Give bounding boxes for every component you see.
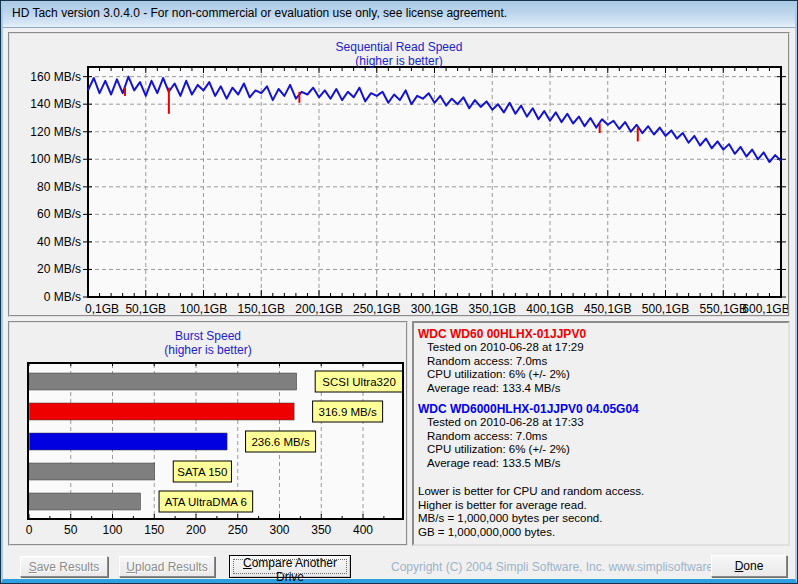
svg-text:0,1GB: 0,1GB (85, 302, 119, 315)
sequential-read-chart: 160 MB/s140 MB/s120 MB/s100 MB/s80 MB/s6… (10, 34, 788, 315)
done-button[interactable]: Done (711, 555, 787, 577)
svg-text:0: 0 (26, 523, 33, 537)
burst-bar-label: ATA UltraDMA 6 (165, 496, 247, 508)
svg-text:450,1GB: 450,1GB (584, 302, 631, 315)
svg-text:0 MB/s: 0 MB/s (44, 290, 81, 304)
sequential-read-panel: Sequential Read Speed (higher is better)… (8, 32, 790, 317)
svg-text:250,1GB: 250,1GB (353, 302, 400, 315)
svg-text:600,1GB: 600,1GB (742, 302, 788, 315)
burst-speed-panel: Burst Speed (higher is better) SCSI Ultr… (8, 321, 408, 546)
svg-text:200,1GB: 200,1GB (295, 302, 342, 315)
svg-text:400,1GB: 400,1GB (526, 302, 573, 315)
svg-text:400: 400 (353, 523, 373, 537)
burst-bar (30, 373, 297, 390)
read-chart-subtitle: (higher is better) (10, 54, 788, 68)
compare-another-drive-button[interactable]: Compare Another Drive (229, 555, 351, 578)
svg-text:140 MB/s: 140 MB/s (30, 97, 81, 111)
drive2-cpu-utilization: CPU utilization: 6% (+/- 2%) (418, 443, 784, 457)
svg-text:300,1GB: 300,1GB (411, 302, 458, 315)
svg-text:500,1GB: 500,1GB (642, 302, 689, 315)
svg-text:350: 350 (311, 523, 331, 537)
svg-text:20 MB/s: 20 MB/s (37, 262, 81, 276)
svg-text:150,1GB: 150,1GB (238, 302, 285, 315)
svg-text:100,1GB: 100,1GB (180, 302, 227, 315)
client-area: Sequential Read Speed (higher is better)… (3, 28, 795, 579)
burst-bar-label: 316.9 MB/s (319, 406, 377, 418)
svg-text:120 MB/s: 120 MB/s (30, 125, 81, 139)
svg-text:100 MB/s: 100 MB/s (30, 152, 81, 166)
burst-bar (30, 463, 155, 480)
svg-text:160 MB/s: 160 MB/s (30, 70, 81, 84)
window-body: HD Tach version 3.0.4.0 - For non-commer… (1, 1, 797, 583)
svg-text:40 MB/s: 40 MB/s (37, 235, 81, 249)
save-results-button[interactable]: Save Results (20, 556, 108, 577)
drive1-name: WDC WD60 00HLHX-01JJPV0 (418, 327, 784, 341)
svg-text:250: 250 (228, 523, 248, 537)
drive2-name: WDC WD6000HLHX-01JJPV0 04.05G04 (418, 402, 784, 416)
drive1-average-read: Average read: 133.4 MB/s (418, 382, 784, 396)
burst-bar (30, 403, 295, 420)
burst-chart-title: Burst Speed (10, 329, 406, 343)
svg-text:150: 150 (144, 523, 164, 537)
read-chart-title: Sequential Read Speed (10, 40, 788, 54)
drive1-cpu-utilization: CPU utilization: 6% (+/- 2%) (418, 368, 784, 382)
burst-bar (30, 433, 228, 450)
svg-text:100: 100 (102, 523, 122, 537)
drive2-average-read: Average read: 133.5 MB/s (418, 457, 784, 471)
note-gb-definition: GB = 1,000,000,000 bytes. (418, 526, 784, 540)
note-lower-better: Lower is better for CPU and random acces… (418, 485, 784, 499)
app-window: HD Tach version 3.0.4.0 - For non-commer… (0, 0, 798, 584)
burst-bar (30, 493, 141, 510)
burst-bar-label: SCSI Ultra320 (322, 376, 396, 388)
drive2-random-access: Random access: 7.0ms (418, 430, 784, 444)
svg-text:80 MB/s: 80 MB/s (37, 180, 81, 194)
note-mbs-definition: MB/s = 1,000,000 bytes per second. (418, 512, 784, 526)
titlebar[interactable]: HD Tach version 3.0.4.0 - For non-commer… (3, 1, 795, 28)
read-y-axis-labels: 160 MB/s140 MB/s120 MB/s100 MB/s80 MB/s6… (30, 70, 81, 304)
upload-results-button[interactable]: Upload Results (119, 556, 215, 577)
svg-text:60 MB/s: 60 MB/s (37, 207, 81, 221)
svg-text:50,1GB: 50,1GB (125, 302, 166, 315)
copyright-text: Copyright (C) 2004 Simpli Software, Inc.… (391, 560, 739, 574)
svg-text:550,1GB: 550,1GB (700, 302, 747, 315)
window-title: HD Tach version 3.0.4.0 - For non-commer… (12, 6, 507, 20)
svg-text:350,1GB: 350,1GB (469, 302, 516, 315)
drive1-tested: Tested on 2010-06-28 at 17:29 (418, 341, 784, 355)
svg-text:50: 50 (64, 523, 78, 537)
burst-bar-label: SATA 150 (177, 466, 227, 478)
svg-text:300: 300 (269, 523, 289, 537)
note-higher-better: Higher is better for average read. (418, 499, 784, 513)
drive1-random-access: Random access: 7.0ms (418, 355, 784, 369)
svg-text:200: 200 (186, 523, 206, 537)
drive2-tested: Tested on 2010-06-28 at 17:33 (418, 416, 784, 430)
read-x-axis-labels: 0,1GB50,1GB100,1GB150,1GB200,1GB250,1GB3… (85, 302, 788, 315)
burst-bar-label: 236.6 MB/s (251, 436, 309, 448)
burst-chart-subtitle: (higher is better) (10, 343, 406, 357)
burst-x-axis-labels: 050100150200250300350400 (26, 523, 374, 537)
drive-info-panel: WDC WD60 00HLHX-01JJPV0 Tested on 2010-0… (412, 321, 790, 546)
